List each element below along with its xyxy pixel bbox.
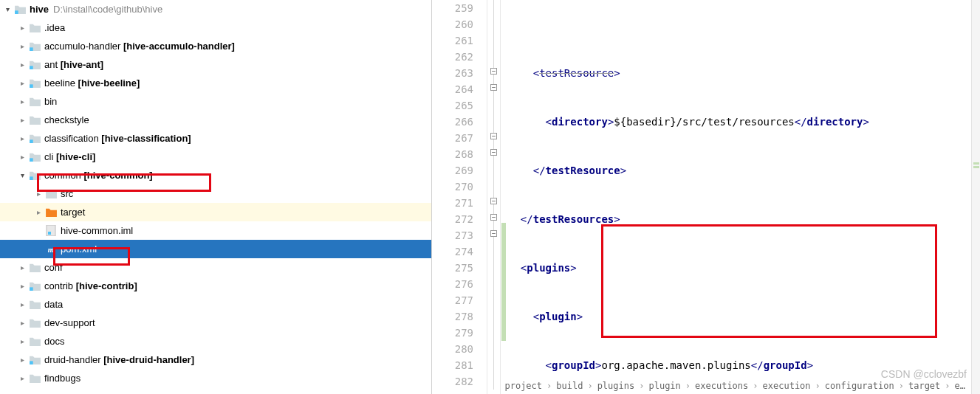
folder-icon — [28, 317, 41, 329]
tree-cli[interactable]: ▸ cli [hive-cli] — [0, 148, 431, 166]
chevron-right-icon[interactable]: ▸ — [16, 134, 28, 142]
fold-minus-icon[interactable]: − — [490, 214, 497, 221]
tree-accumulo[interactable]: ▸ accumulo-handler [hive-accumulo-handle… — [0, 37, 431, 55]
chevron-right-icon[interactable]: ▸ — [16, 282, 28, 290]
tree-findbugs[interactable]: ▸ findbugs — [0, 369, 431, 387]
module-folder-icon — [28, 170, 41, 182]
code-line: <plugin> — [508, 308, 980, 325]
chevron-right-icon[interactable]: ▸ — [16, 300, 28, 308]
chevron-right-icon[interactable]: ▸ — [16, 42, 28, 50]
tree-label: docs — [44, 336, 64, 347]
svg-rect-5 — [30, 158, 33, 162]
chevron-right-icon[interactable]: ▸ — [16, 356, 28, 364]
tree-label: conf — [44, 262, 63, 273]
tree-label: bin — [44, 96, 57, 107]
tree-druid[interactable]: ▸ druid-handler [hive-druid-handler] — [0, 350, 431, 369]
code-line: <plugins> — [508, 260, 980, 276]
tree-label: ant [hive-ant] — [44, 59, 103, 70]
tree-iml[interactable]: hive-common.iml — [0, 221, 431, 240]
chevron-right-icon[interactable]: ▸ — [32, 208, 44, 216]
tree-label: common [hive-common] — [44, 170, 153, 181]
tree-ant[interactable]: ▸ ant [hive-ant] — [0, 55, 431, 74]
chevron-right-icon[interactable]: ▸ — [16, 337, 28, 345]
tree-label: cli [hive-cli] — [44, 151, 95, 162]
svg-rect-4 — [30, 139, 33, 143]
fold-minus-icon[interactable]: − — [490, 198, 497, 204]
tree-label: dev-support — [44, 317, 95, 328]
fold-minus-icon[interactable]: − — [490, 230, 497, 237]
tree-label: findbugs — [44, 373, 80, 384]
fold-minus-icon[interactable]: − — [490, 133, 497, 139]
module-folder-icon — [28, 41, 41, 52]
chevron-right-icon[interactable]: ▸ — [16, 319, 28, 327]
folder-icon — [28, 336, 41, 348]
chevron-right-icon[interactable]: ▸ — [16, 97, 28, 106]
code-line: <testResource> — [508, 65, 980, 81]
tree-checkstyle[interactable]: ▸ checkstyle — [0, 111, 431, 129]
svg-rect-3 — [30, 84, 33, 88]
chevron-right-icon[interactable]: ▸ — [16, 153, 28, 161]
module-folder-icon — [28, 354, 41, 366]
folder-icon — [28, 262, 41, 274]
tree-pom[interactable]: m pom.xml — [0, 240, 431, 258]
tree-root[interactable]: ▾ hiveD:\install\code\github\hive — [0, 0, 431, 18]
folder-icon — [28, 114, 41, 126]
chevron-down-icon[interactable]: ▾ — [1, 5, 13, 13]
excluded-folder-icon — [44, 207, 58, 218]
svg-rect-6 — [30, 176, 33, 180]
tree-label: data — [44, 299, 63, 310]
tree-label: target — [61, 207, 85, 218]
fold-minus-icon[interactable]: − — [490, 68, 497, 75]
module-folder-icon — [28, 280, 41, 292]
module-folder-icon — [13, 4, 27, 15]
tree-classification[interactable]: ▸ classification [hive-classification] — [0, 129, 431, 148]
fold-minus-icon[interactable]: − — [490, 149, 497, 156]
tree-bin[interactable]: ▸ bin — [0, 92, 431, 111]
tree-beeline[interactable]: ▸ beeline [hive-beeline] — [0, 74, 431, 92]
tree-idea[interactable]: ▸ .idea — [0, 18, 431, 37]
watermark-text: CSDN @cclovezbf — [881, 366, 967, 382]
tree-data[interactable]: ▸ data — [0, 295, 431, 314]
code-content[interactable]: <testResource> <directory>${basedir}/src… — [508, 0, 980, 394]
tree-label: pom.xml — [61, 243, 97, 255]
tree-label: src — [61, 188, 73, 199]
svg-rect-2 — [30, 66, 33, 69]
tree-label: druid-handler [hive-druid-handler] — [44, 354, 194, 365]
tree-conf[interactable]: ▸ conf — [0, 258, 431, 277]
fold-minus-icon[interactable]: − — [490, 84, 497, 91]
code-editor[interactable]: 2592602612622632642652662672682692702712… — [432, 0, 980, 394]
folder-icon — [44, 188, 58, 200]
svg-rect-1 — [30, 47, 33, 51]
chevron-right-icon[interactable]: ▸ — [16, 79, 28, 87]
svg-rect-0 — [15, 10, 18, 14]
tree-label: hiveD:\install\code\github\hive — [30, 4, 162, 15]
chevron-right-icon[interactable]: ▸ — [16, 263, 28, 272]
folder-icon — [28, 22, 41, 34]
svg-rect-9 — [30, 287, 33, 291]
tree-label: .idea — [44, 22, 65, 33]
chevron-right-icon[interactable]: ▸ — [16, 61, 28, 69]
module-folder-icon — [28, 151, 41, 163]
tree-label: checkstyle — [44, 114, 89, 125]
tree-label: classification [hive-classification] — [44, 133, 191, 144]
svg-rect-8 — [48, 232, 51, 235]
folder-icon — [28, 373, 41, 384]
project-tree-panel[interactable]: ▾ hiveD:\install\code\github\hive ▸ .ide… — [0, 0, 432, 394]
chevron-right-icon[interactable]: ▸ — [16, 24, 28, 32]
tree-common[interactable]: ▾ common [hive-common] — [0, 166, 431, 184]
line-number-gutter: 2592602612622632642652662672682692702712… — [432, 0, 487, 394]
tree-devsupport[interactable]: ▸ dev-support — [0, 314, 431, 332]
chevron-right-icon[interactable]: ▸ — [16, 116, 28, 124]
chevron-right-icon[interactable]: ▸ — [16, 374, 28, 382]
tree-docs[interactable]: ▸ docs — [0, 332, 431, 350]
scrollbar-markers[interactable] — [971, 0, 980, 394]
chevron-down-icon[interactable]: ▾ — [16, 171, 28, 179]
maven-file-icon: m — [44, 243, 58, 255]
tree-target[interactable]: ▸ target — [0, 203, 431, 221]
tree-contrib[interactable]: ▸ contrib [hive-contrib] — [0, 277, 431, 295]
tree-src[interactable]: ▸ src — [0, 184, 431, 203]
fold-gutter[interactable]: − − − − − − − — [487, 0, 501, 394]
chevron-right-icon[interactable]: ▸ — [32, 190, 44, 198]
folder-icon — [28, 96, 41, 108]
tree-label: contrib [hive-contrib] — [44, 280, 137, 291]
